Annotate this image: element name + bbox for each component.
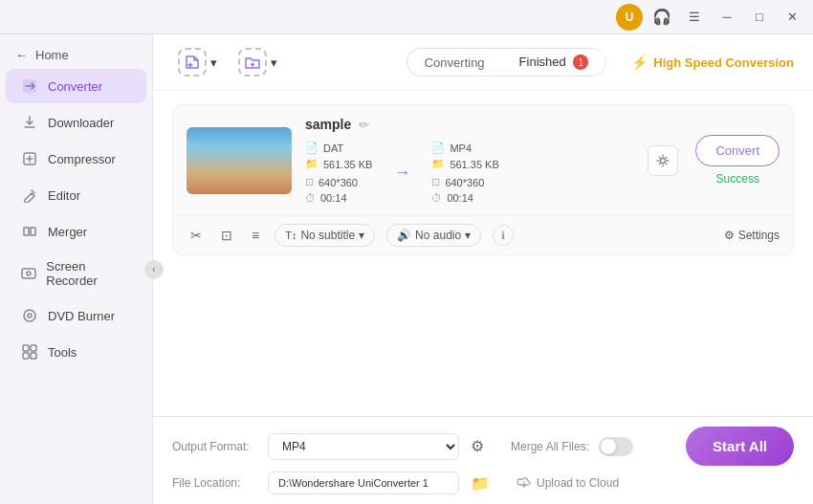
downloader-icon	[21, 114, 38, 131]
sidebar: ← Home Converter Downloader	[0, 34, 153, 504]
output-format-select[interactable]: MP4	[268, 433, 459, 460]
add-folder-button[interactable]: ▾	[232, 44, 283, 80]
editor-label: Editor	[48, 188, 80, 203]
settings-button[interactable]: ⚙ Settings	[724, 229, 780, 242]
compressor-label: Compressor	[48, 152, 116, 166]
resolution-icon: ⊡	[305, 176, 314, 188]
upload-to-cloud-button[interactable]: Upload to Cloud	[516, 475, 619, 491]
target-meta: 📄 MP4 📁 561.35 KB ⊡ 640*360	[431, 142, 498, 204]
sidebar-item-tools[interactable]: Tools	[6, 335, 146, 369]
file-location-input[interactable]	[268, 471, 459, 494]
top-toolbar: ▾ ▾ Converting Finished 1	[153, 34, 813, 91]
screen-recorder-label: Screen Recorder	[46, 259, 131, 288]
svg-point-5	[28, 314, 32, 318]
add-files-label: ▾	[210, 55, 217, 70]
settings-gear-icon: ⚙	[724, 229, 735, 242]
sidebar-item-merger[interactable]: Merger	[6, 214, 146, 249]
file-info: sample ✏ 📄 DAT 📁	[305, 117, 634, 204]
svg-rect-7	[31, 345, 36, 351]
high-speed-conversion-button[interactable]: ⚡ High Speed Conversion	[631, 55, 794, 70]
bolt-icon: ⚡	[631, 55, 648, 70]
crop-button[interactable]: ⊡	[217, 226, 236, 245]
tools-label: Tools	[48, 345, 77, 360]
start-all-button[interactable]: Start All	[686, 427, 794, 466]
convert-button[interactable]: Convert	[695, 135, 780, 166]
audio-label: No audio	[415, 229, 461, 242]
settings-icon-button[interactable]	[648, 145, 678, 176]
target-resolution-icon: ⊡	[431, 176, 440, 188]
audio-select[interactable]: 🔊 No audio ▾	[386, 224, 481, 247]
merge-toggle[interactable]	[599, 437, 633, 456]
success-status: Success	[716, 172, 759, 186]
sidebar-collapse-button[interactable]: ‹	[144, 260, 164, 279]
add-folder-label: ▾	[271, 55, 277, 70]
source-meta: 📄 DAT 📁 561.35 KB ⊡ 640*360	[305, 142, 372, 204]
svg-rect-2	[22, 269, 35, 278]
subtitle-chevron: ▾	[359, 229, 364, 242]
upload-cloud-label: Upload to Cloud	[537, 476, 619, 490]
thumbnail-image	[187, 127, 292, 194]
tab-converting[interactable]: Converting	[407, 49, 502, 77]
minimize-button[interactable]: ─	[714, 4, 740, 31]
info-button[interactable]: ℹ	[493, 225, 514, 246]
output-format-label: Output Format:	[172, 440, 258, 453]
subtitle-select[interactable]: T↕ No subtitle ▾	[275, 224, 375, 247]
tools-icon	[21, 343, 38, 361]
svg-point-4	[24, 310, 35, 321]
sidebar-item-compressor[interactable]: Compressor	[6, 142, 146, 176]
speed-label: High Speed Conversion	[653, 55, 794, 70]
editor-icon	[21, 186, 38, 204]
browse-folder-button[interactable]: 📁	[469, 472, 492, 494]
settings-format-button[interactable]: ⚙	[469, 435, 486, 457]
svg-point-3	[27, 272, 31, 275]
file-card: sample ✏ 📄 DAT 📁	[172, 104, 794, 255]
convert-actions: Convert Success	[695, 135, 780, 186]
sidebar-home[interactable]: ← Home	[0, 42, 152, 68]
source-duration: 00:14	[320, 192, 347, 204]
source-size: 561.35 KB	[323, 159, 372, 170]
toggle-knob	[601, 439, 616, 454]
target-size: 561.35 KB	[450, 159, 498, 170]
add-files-button[interactable]: ▾	[172, 44, 223, 80]
close-button[interactable]: ✕	[779, 4, 805, 31]
svg-rect-8	[23, 353, 29, 359]
list-button[interactable]: ≡	[248, 226, 263, 245]
scissors-button[interactable]: ✂	[187, 226, 206, 245]
bottom-bar: Output Format: MP4 ⚙ Merge All Files: St…	[153, 416, 813, 504]
file-thumbnail	[187, 127, 292, 194]
sidebar-item-converter[interactable]: Converter	[6, 69, 146, 103]
format-icon: 📄	[305, 142, 319, 154]
file-name: sample	[305, 117, 351, 132]
add-file-icon	[178, 48, 207, 77]
target-format-icon: 📄	[431, 142, 445, 154]
target-format: MP4	[450, 142, 472, 154]
tab-group: Converting Finished 1	[406, 48, 607, 77]
audio-chevron: ▾	[465, 229, 471, 242]
tab-finished[interactable]: Finished 1	[502, 49, 606, 77]
folder-icon: 📁	[305, 158, 319, 170]
merger-label: Merger	[48, 225, 87, 239]
sidebar-item-dvd-burner[interactable]: DVD Burner	[6, 298, 146, 333]
svg-point-10	[661, 158, 666, 163]
target-folder-icon: 📁	[431, 158, 445, 170]
dvd-burner-label: DVD Burner	[48, 309, 115, 323]
subtitle-label: No subtitle	[300, 229, 355, 242]
merger-icon	[21, 223, 38, 240]
settings-label: Settings	[738, 229, 780, 242]
converter-icon	[21, 77, 38, 95]
menu-button[interactable]: ☰	[681, 4, 708, 31]
subtitle-icon: T↕	[285, 230, 297, 241]
sidebar-item-editor[interactable]: Editor	[6, 178, 146, 212]
file-card-main: sample ✏ 📄 DAT 📁	[173, 105, 793, 215]
finished-badge: 1	[573, 55, 588, 70]
sidebar-item-downloader[interactable]: Downloader	[6, 105, 146, 140]
right-actions: Convert Success	[648, 135, 780, 186]
back-icon: ←	[15, 48, 28, 62]
dvd-burner-icon	[21, 307, 38, 324]
maximize-button[interactable]: □	[746, 4, 773, 31]
svg-rect-9	[31, 353, 36, 359]
sidebar-item-screen-recorder[interactable]: Screen Recorder	[6, 251, 146, 296]
svg-rect-6	[23, 345, 29, 351]
target-resolution: 640*360	[445, 177, 484, 188]
edit-icon[interactable]: ✏	[359, 118, 369, 132]
